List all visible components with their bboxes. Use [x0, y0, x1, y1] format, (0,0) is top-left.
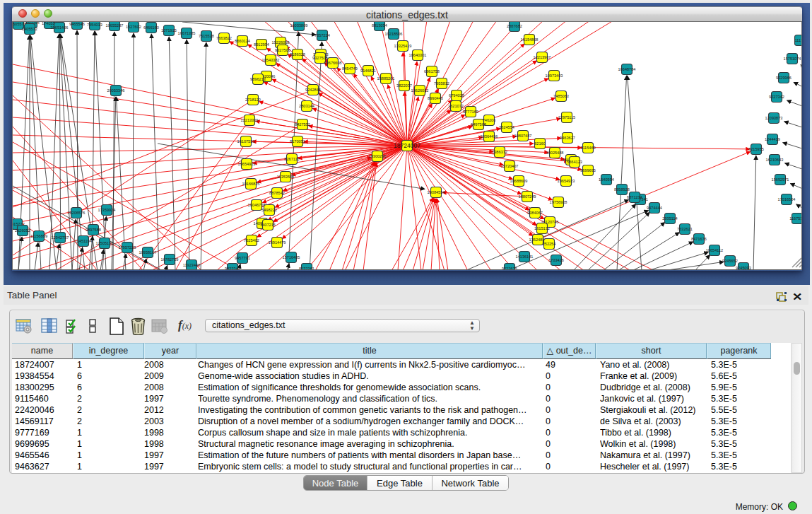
svg-text:6466160: 6466160 — [143, 25, 159, 30]
svg-text:10654112: 10654112 — [706, 248, 723, 252]
svg-text:16046758: 16046758 — [248, 203, 266, 207]
svg-text:9897588: 9897588 — [86, 228, 101, 232]
svg-text:10973403: 10973403 — [546, 74, 563, 78]
svg-text:18640301: 18640301 — [409, 53, 427, 57]
svg-text:9699695: 9699695 — [580, 168, 596, 173]
svg-text:10688609: 10688609 — [510, 179, 528, 183]
svg-text:9833341: 9833341 — [225, 267, 240, 269]
svg-text:19218506: 19218506 — [385, 32, 403, 36]
svg-text:11451194: 11451194 — [75, 239, 92, 243]
svg-text:10655287: 10655287 — [106, 23, 124, 28]
svg-text:7485063: 7485063 — [553, 94, 569, 98]
svg-text:12213369: 12213369 — [241, 118, 259, 122]
svg-text:8958928: 8958928 — [614, 187, 630, 192]
svg-text:1167533: 1167533 — [789, 216, 802, 221]
svg-text:7515528: 7515528 — [199, 34, 214, 38]
svg-text:19654923: 19654923 — [558, 179, 575, 183]
svg-text:12213967: 12213967 — [534, 55, 551, 59]
svg-text:7625402: 7625402 — [244, 238, 259, 243]
svg-text:15885201: 15885201 — [377, 76, 395, 81]
svg-text:1640954: 1640954 — [599, 177, 614, 182]
svg-text:9245652: 9245652 — [722, 259, 738, 263]
svg-text:5498222: 5498222 — [261, 208, 277, 212]
svg-text:7654013: 7654013 — [87, 23, 102, 27]
svg-text:17957223: 17957223 — [119, 245, 136, 250]
svg-text:17016504: 17016504 — [778, 197, 796, 201]
svg-text:15720407: 15720407 — [501, 164, 519, 168]
svg-text:10543382: 10543382 — [262, 58, 280, 62]
svg-text:2803144: 2803144 — [299, 104, 314, 108]
svg-text:15751074: 15751074 — [784, 57, 801, 61]
svg-text:7386372: 7386372 — [492, 150, 507, 154]
svg-text:8990443: 8990443 — [428, 96, 443, 100]
svg-text:8427552: 8427552 — [295, 122, 310, 127]
svg-text:8454749: 8454749 — [342, 66, 358, 71]
svg-text:6497568: 6497568 — [471, 122, 486, 127]
svg-text:8878542: 8878542 — [269, 191, 285, 195]
svg-text:6961758: 6961758 — [424, 69, 440, 74]
svg-text:1071915: 1071915 — [161, 28, 177, 33]
svg-text:16914479: 16914479 — [269, 240, 286, 245]
svg-text:1527602: 1527602 — [126, 25, 141, 29]
svg-text:11353594: 11353594 — [277, 175, 294, 179]
svg-text:12505135: 12505135 — [96, 241, 114, 245]
svg-text:2935114: 2935114 — [662, 216, 677, 221]
svg-text:18807249: 18807249 — [519, 194, 536, 199]
svg-text:9245093: 9245093 — [736, 266, 751, 269]
svg-text:20206576: 20206576 — [68, 211, 86, 215]
svg-text:9777169: 9777169 — [463, 110, 478, 114]
svg-text:8660124: 8660124 — [235, 39, 250, 43]
svg-text:9227342: 9227342 — [769, 95, 784, 99]
svg-text:18300295: 18300295 — [369, 154, 387, 158]
svg-text:11171: 11171 — [795, 38, 802, 42]
svg-text:9474444: 9474444 — [647, 206, 662, 210]
svg-text:9242845: 9242845 — [305, 88, 321, 92]
svg-text:8912954: 8912954 — [254, 42, 269, 47]
svg-text:15716485: 15716485 — [283, 255, 300, 259]
svg-text:16782759: 16782759 — [161, 257, 179, 262]
svg-text:20053346: 20053346 — [107, 88, 125, 93]
svg-text:16154808: 16154808 — [521, 37, 539, 42]
svg-text:16107553: 16107553 — [237, 139, 255, 144]
svg-text:11156889: 11156889 — [30, 234, 47, 238]
svg-text:9115460: 9115460 — [580, 146, 595, 150]
svg-text:13325419: 13325419 — [394, 44, 412, 48]
svg-text:13626012: 13626012 — [411, 88, 429, 93]
svg-text:7955812: 7955812 — [434, 81, 449, 86]
svg-text:8813054: 8813054 — [372, 23, 387, 28]
svg-text:9896213: 9896213 — [250, 77, 266, 81]
svg-text:19166825: 19166825 — [242, 182, 260, 186]
svg-text:8215955: 8215955 — [748, 147, 764, 151]
svg-text:15226058: 15226058 — [272, 40, 290, 45]
svg-text:9327506: 9327506 — [275, 48, 290, 52]
svg-text:19654923: 19654923 — [238, 162, 256, 166]
svg-text:9329966: 9329966 — [776, 76, 792, 80]
svg-text:5664123: 5664123 — [567, 160, 582, 164]
svg-text:9222675: 9222675 — [502, 267, 517, 269]
svg-text:7632621: 7632621 — [677, 227, 693, 231]
svg-text:10958107: 10958107 — [139, 250, 157, 255]
svg-text:16671385: 16671385 — [178, 31, 196, 35]
svg-text:6794028: 6794028 — [449, 93, 464, 98]
svg-text:9084067: 9084067 — [527, 211, 543, 215]
svg-text:16648784: 16648784 — [618, 67, 636, 71]
svg-text:9327508: 9327508 — [312, 56, 328, 60]
svg-text:1407215: 1407215 — [260, 223, 276, 227]
svg-text:9465546: 9465546 — [69, 22, 85, 26]
svg-text:9463627: 9463627 — [560, 136, 575, 140]
svg-text:62160: 62160 — [534, 141, 546, 146]
svg-text:6871234: 6871234 — [627, 195, 642, 199]
svg-text:8186328: 8186328 — [290, 52, 305, 57]
svg-text:19756928: 19756928 — [550, 200, 567, 204]
svg-text:8170051: 8170051 — [290, 139, 305, 144]
svg-text:15692971: 15692971 — [772, 177, 789, 182]
svg-text:12975115: 12975115 — [558, 115, 575, 119]
svg-text:3624554: 3624554 — [499, 125, 514, 129]
svg-text:2887682: 2887682 — [507, 24, 522, 28]
svg-text:20691406: 20691406 — [51, 25, 69, 30]
svg-text:7663822: 7663822 — [216, 36, 232, 40]
svg-text:19384554: 19384554 — [428, 190, 445, 194]
svg-text:252254: 252254 — [543, 242, 556, 246]
svg-text:8132261: 8132261 — [299, 267, 314, 269]
svg-text:9457791: 9457791 — [235, 256, 250, 260]
